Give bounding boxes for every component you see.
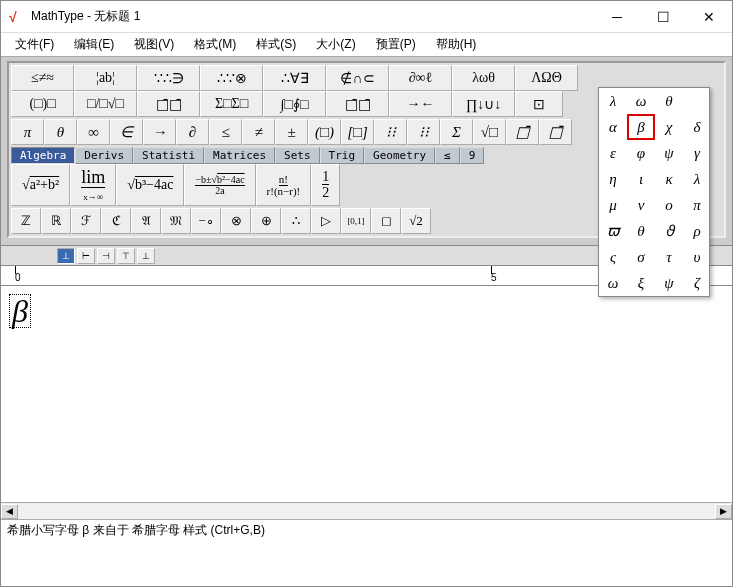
btool-oplus[interactable]: ⊕	[251, 208, 281, 234]
tmpl-sqrt-disc[interactable]: √b³−4ac	[116, 164, 184, 206]
equation-editor[interactable]: β	[1, 286, 732, 502]
scroll-right[interactable]: ▶	[715, 504, 732, 519]
greek-letter-δ[interactable]: δ	[683, 114, 711, 140]
greek-letter-τ[interactable]: τ	[655, 244, 683, 270]
palette-fractions[interactable]: □/□√□	[74, 91, 137, 117]
sym-infinity[interactable]: ∞	[77, 119, 110, 145]
sym-sqrt[interactable]: √□	[473, 119, 506, 145]
menu-format[interactable]: 格式(M)	[184, 34, 246, 55]
btool-interval[interactable]: [0,1]	[341, 208, 371, 234]
palette-labeled-arrows[interactable]: →←	[389, 91, 452, 117]
sym-bracket[interactable]: [□]	[341, 119, 374, 145]
align-tool-3[interactable]: ⊣	[97, 248, 115, 264]
sym-arrow[interactable]: →	[143, 119, 176, 145]
greek-letter-κ[interactable]: κ	[655, 166, 683, 192]
tab-extra[interactable]: ≤	[435, 147, 460, 164]
btool-m[interactable]: 𝔐	[161, 208, 191, 234]
sym-paren[interactable]: (□)	[308, 119, 341, 145]
palette-integrals[interactable]: ∫□∮□	[263, 91, 326, 117]
sym-partial[interactable]: ∂	[176, 119, 209, 145]
btool-therefore[interactable]: ∴	[281, 208, 311, 234]
greek-letter-υ[interactable]: υ	[683, 244, 711, 270]
close-button[interactable]: ✕	[686, 1, 732, 32]
tmpl-lim[interactable]: limx→∞	[70, 164, 116, 206]
btool-z[interactable]: ℤ	[11, 208, 41, 234]
minimize-button[interactable]: ─	[594, 1, 640, 32]
palette-relations[interactable]: ≤≠≈	[11, 65, 74, 91]
align-tool-2[interactable]: ⊢	[77, 248, 95, 264]
btool-box[interactable]: ◻	[371, 208, 401, 234]
palette-logical[interactable]: ∉∩⊂	[326, 65, 389, 91]
tab-geometry[interactable]: Geometry	[364, 147, 435, 164]
sym-ne[interactable]: ≠	[242, 119, 275, 145]
greek-letter-λ[interactable]: λ	[683, 166, 711, 192]
greek-letter-ψ[interactable]: ψ	[655, 140, 683, 166]
align-tool-5[interactable]: ⊥	[137, 248, 155, 264]
sym-bar1[interactable]: □̄	[506, 119, 539, 145]
sym-dots2[interactable]: ⁝⁝	[407, 119, 440, 145]
menu-size[interactable]: 大小(Z)	[306, 34, 365, 55]
tmpl-half[interactable]: 12	[311, 164, 340, 206]
greek-letter-blank[interactable]	[683, 88, 711, 114]
btool-sqrt2[interactable]: √2	[401, 208, 431, 234]
tab-derivs[interactable]: Derivs	[75, 147, 133, 164]
palette-embellish[interactable]: ∵∴∋	[137, 65, 200, 91]
greek-letter-θ[interactable]: θ	[627, 218, 655, 244]
palette-subsup[interactable]: □̄□̄	[137, 91, 200, 117]
palette-sums[interactable]: Σ□Σ□	[200, 91, 263, 117]
sym-pm[interactable]: ±	[275, 119, 308, 145]
greek-letter-π[interactable]: π	[683, 192, 711, 218]
align-tool-1[interactable]: ⊥	[57, 248, 75, 264]
greek-letter-ψ[interactable]: ψ	[655, 270, 683, 296]
sym-le[interactable]: ≤	[209, 119, 242, 145]
palette-spaces[interactable]: ¦ab¦	[74, 65, 137, 91]
menu-style[interactable]: 样式(S)	[246, 34, 306, 55]
tab-algebra[interactable]: Algebra	[11, 147, 75, 164]
align-tool-4[interactable]: ⊤	[117, 248, 135, 264]
palette-bars[interactable]: □̄□̄	[326, 91, 389, 117]
tab-statisti[interactable]: Statisti	[133, 147, 204, 164]
sym-sigma[interactable]: Σ	[440, 119, 473, 145]
scroll-track[interactable]	[18, 504, 715, 519]
palette-misc[interactable]: λωθ	[452, 65, 515, 91]
greek-letter-ϑ[interactable]: ϑ	[655, 218, 683, 244]
sym-elementof[interactable]: ∈	[110, 119, 143, 145]
menu-view[interactable]: 视图(V)	[124, 34, 184, 55]
tmpl-quadratic[interactable]: −b±√b²−4ac2a	[184, 164, 255, 206]
palette-products[interactable]: ∏↓∪↓	[452, 91, 515, 117]
tab-nine[interactable]: 9	[460, 147, 485, 164]
sym-dots1[interactable]: ⁝⁝	[374, 119, 407, 145]
palette-settheory[interactable]: ∂∞ℓ	[389, 65, 452, 91]
greek-letter-ο[interactable]: ο	[655, 192, 683, 218]
tab-trig[interactable]: Trig	[320, 147, 365, 164]
tab-sets[interactable]: Sets	[275, 147, 320, 164]
tmpl-sqrt-sum[interactable]: √a²+b²	[11, 164, 70, 206]
sym-pi[interactable]: π	[11, 119, 44, 145]
palette-greek-upper[interactable]: ΛΩΘ	[515, 65, 578, 91]
palette-fences[interactable]: (□)□	[11, 91, 74, 117]
btool-c[interactable]: ℭ	[101, 208, 131, 234]
palette-arrows[interactable]: ∴∀∃	[263, 65, 326, 91]
greek-letter-μ[interactable]: μ	[599, 192, 627, 218]
menu-help[interactable]: 帮助(H)	[426, 34, 487, 55]
greek-letter-θ[interactable]: θ	[655, 88, 683, 114]
greek-letter-ε[interactable]: ε	[599, 140, 627, 166]
btool-f[interactable]: ℱ	[71, 208, 101, 234]
btool-a[interactable]: 𝔄	[131, 208, 161, 234]
sym-theta[interactable]: θ	[44, 119, 77, 145]
palette-matrix[interactable]: ⊡	[515, 91, 563, 117]
greek-letter-ζ[interactable]: ζ	[683, 270, 711, 296]
btool-triangle[interactable]: ▷	[311, 208, 341, 234]
menu-edit[interactable]: 编辑(E)	[64, 34, 124, 55]
greek-letter-β[interactable]: β	[627, 114, 655, 140]
greek-letter-φ[interactable]: φ	[627, 140, 655, 166]
greek-letter-ξ[interactable]: ξ	[627, 270, 655, 296]
scroll-left[interactable]: ◀	[1, 504, 18, 519]
greek-letter-ω[interactable]: ω	[627, 88, 655, 114]
palette-operators[interactable]: ∴∵⊗	[200, 65, 263, 91]
sym-bar2[interactable]: □̄	[539, 119, 572, 145]
btool-r[interactable]: ℝ	[41, 208, 71, 234]
greek-letter-ρ[interactable]: ρ	[683, 218, 711, 244]
btool-compose[interactable]: −∘	[191, 208, 221, 234]
greek-letter-η[interactable]: η	[599, 166, 627, 192]
